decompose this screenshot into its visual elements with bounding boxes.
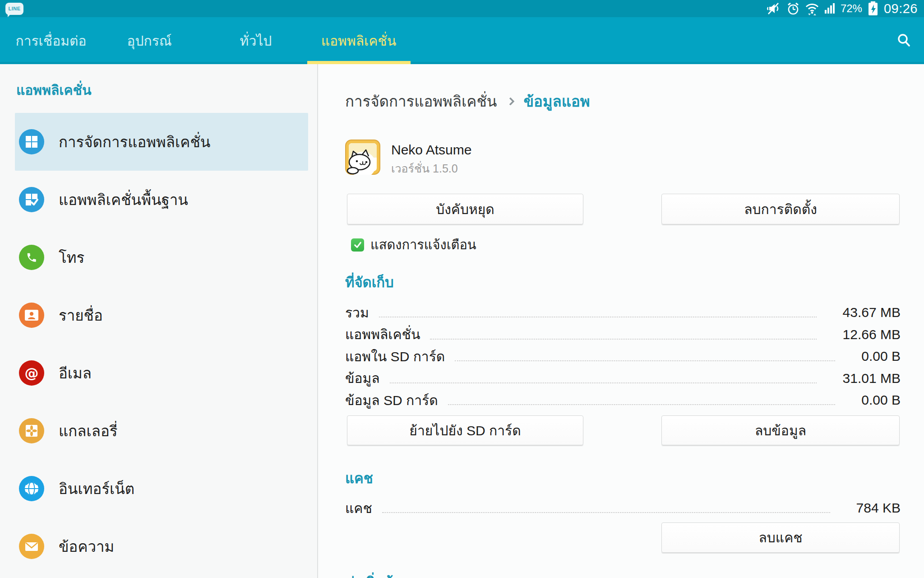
battery-percent: 72% xyxy=(841,2,862,15)
clear-cache-button[interactable]: ลบแคช xyxy=(661,522,900,553)
sidebar-list: การจัดการแอพพลิเคชั่น แอพพลิเคชั่นพื้นฐา… xyxy=(0,113,317,575)
move-to-sd-button[interactable]: ย้ายไปยัง SD การ์ด xyxy=(347,415,583,445)
sidebar-item-internet[interactable]: อินเทอร์เน็ต xyxy=(15,460,308,517)
sidebar-item-label: แอพพลิเคชั่นพื้นฐาน xyxy=(59,188,188,212)
tab-label: แอพพลิเคชั่น xyxy=(321,30,396,51)
row-value: 0.00 B xyxy=(861,349,901,364)
checkmark-icon xyxy=(353,240,363,250)
status-icons: 72% 09:26 xyxy=(767,1,918,16)
row-label: แอพพลิเคชั่น xyxy=(345,324,420,345)
sidebar-item-label: ข้อความ xyxy=(59,535,114,559)
tab-label: อุปกรณ์ xyxy=(127,30,171,51)
chevron-right-icon xyxy=(507,97,515,105)
signal-icon xyxy=(825,3,836,14)
battery-charging-icon xyxy=(867,1,879,16)
defaults-section-title: ค่าเริ่มต้น xyxy=(345,571,402,578)
row-label: แคช xyxy=(345,498,372,519)
status-bar: LINE xyxy=(0,0,924,17)
line-badge-label: LINE xyxy=(8,6,20,11)
tab-connections[interactable]: การเชื่อมต่อ xyxy=(15,17,86,64)
active-tab-underline xyxy=(307,61,411,64)
storage-rows: รวม 43.67 MB แอพพลิเคชั่น 12.66 MB แอพใน… xyxy=(345,302,901,411)
breadcrumb-parent[interactable]: การจัดการแอพพลิเคชั่น xyxy=(345,89,497,113)
cache-row: แคช 784 KB xyxy=(345,497,901,519)
cache-section-title: แคช xyxy=(345,467,373,489)
alarm-icon xyxy=(787,2,799,15)
default-apps-icon xyxy=(19,187,44,212)
tab-device[interactable]: อุปกรณ์ xyxy=(127,17,171,64)
storage-row-data: ข้อมูล 31.01 MB xyxy=(345,368,901,390)
email-icon: @ xyxy=(19,360,44,386)
sidebar-item-application-manager[interactable]: การจัดการแอพพลิเคชั่น xyxy=(15,113,308,171)
storage-row-application: แอพพลิเคชั่น 12.66 MB xyxy=(345,324,901,346)
dotted-leader xyxy=(455,360,835,361)
sidebar-item-label: การจัดการแอพพลิเคชั่น xyxy=(59,130,210,154)
sidebar-item-label: อินเทอร์เน็ต xyxy=(59,477,134,501)
row-label: ข้อมูล SD การ์ด xyxy=(345,390,438,411)
app-manager-icon xyxy=(19,129,44,154)
clock: 09:26 xyxy=(884,1,918,16)
sidebar-item-label: แกลเลอรี่ xyxy=(59,419,118,443)
show-notifications-label: แสดงการแจ้งเตือน xyxy=(370,234,476,255)
app-version: เวอร์ชั่น 1.5.0 xyxy=(391,159,458,177)
sidebar-item-default-applications[interactable]: แอพพลิเคชั่นพื้นฐาน xyxy=(15,171,308,228)
sidebar-item-label: รายชื่อ xyxy=(59,303,103,327)
mute-vibrate-icon xyxy=(767,2,782,15)
storage-row-sd-data: ข้อมูล SD การ์ด 0.00 B xyxy=(345,389,901,411)
dotted-leader xyxy=(390,382,817,383)
line-notification-icon: LINE xyxy=(5,3,23,15)
sidebar-item-contacts[interactable]: รายชื่อ xyxy=(15,286,308,344)
svg-text:@: @ xyxy=(25,365,39,381)
row-label: แอพใน SD การ์ด xyxy=(345,346,445,367)
row-value: 43.67 MB xyxy=(843,305,901,320)
row-label: รวม xyxy=(345,302,369,323)
dotted-leader xyxy=(382,512,830,513)
dotted-leader xyxy=(448,404,836,405)
app-name: Neko Atsume xyxy=(391,142,471,158)
messages-icon xyxy=(19,534,44,559)
app-info-panel: การจัดการแอพพลิเคชั่น ข้อมูลแอพ xyxy=(318,64,924,578)
internet-globe-icon xyxy=(19,476,44,501)
sidebar-item-label: อีเมล xyxy=(59,361,92,385)
settings-body: แอพพลิเคชั่น การจัดการแอพพลิเคชั่น xyxy=(0,64,924,578)
storage-section-title: ที่จัดเก็บ xyxy=(345,271,394,294)
settings-screen: LINE xyxy=(0,0,924,578)
sidebar-title: แอพพลิเคชั่น xyxy=(16,79,91,101)
tab-general[interactable]: ทั่วไป xyxy=(240,17,272,64)
storage-row-app-on-sd: แอพใน SD การ์ด 0.00 B xyxy=(345,345,901,368)
row-value: 784 KB xyxy=(856,500,901,516)
sidebar-item-email[interactable]: @ อีเมล xyxy=(15,344,308,402)
row-value: 12.66 MB xyxy=(843,327,901,342)
phone-icon xyxy=(19,245,44,270)
sidebar-item-gallery[interactable]: แกลเลอรี่ xyxy=(15,402,308,460)
row-value: 31.01 MB xyxy=(843,371,901,386)
breadcrumb-current: ข้อมูลแอพ xyxy=(523,89,590,113)
tab-label: ทั่วไป xyxy=(240,30,272,51)
sidebar-item-label: โทร xyxy=(59,246,84,270)
settings-tab-bar: การเชื่อมต่อ อุปกรณ์ ทั่วไป แอพพลิเคชั่น xyxy=(0,17,924,64)
wifi-icon xyxy=(804,2,820,15)
cache-rows: แคช 784 KB xyxy=(345,497,901,519)
clear-data-button[interactable]: ลบข้อมูล xyxy=(661,415,900,445)
sidebar-item-phone[interactable]: โทร xyxy=(15,228,308,286)
contacts-icon xyxy=(19,303,44,328)
sidebar-item-messages[interactable]: ข้อความ xyxy=(15,517,308,575)
show-notifications-checkbox[interactable] xyxy=(351,238,364,252)
force-stop-button[interactable]: บังคับหยุด xyxy=(347,194,583,224)
tab-applications[interactable]: แอพพลิเคชั่น xyxy=(321,17,396,64)
neko-atsume-app-icon xyxy=(345,140,380,175)
tab-label: การเชื่อมต่อ xyxy=(15,30,86,51)
dotted-leader xyxy=(430,339,816,340)
gallery-icon xyxy=(19,418,44,443)
dotted-leader xyxy=(379,317,817,317)
sidebar: แอพพลิเคชั่น การจัดการแอพพลิเคชั่น xyxy=(0,64,318,578)
row-label: ข้อมูล xyxy=(345,368,380,389)
row-value: 0.00 B xyxy=(861,392,901,408)
uninstall-button[interactable]: ลบการติดตั้ง xyxy=(661,194,900,224)
search-icon[interactable] xyxy=(896,33,912,49)
show-notifications-row: แสดงการแจ้งเตือน xyxy=(351,234,476,255)
storage-row-total: รวม 43.67 MB xyxy=(345,302,901,324)
breadcrumb: การจัดการแอพพลิเคชั่น ข้อมูลแอพ xyxy=(345,89,590,113)
